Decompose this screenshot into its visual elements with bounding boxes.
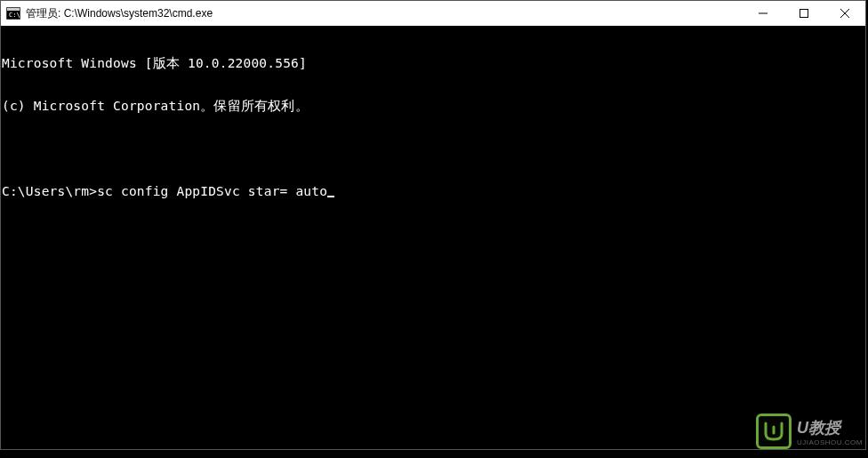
svg-rect-4 (800, 10, 808, 18)
blank-line (2, 141, 864, 156)
cmd-icon: C:\ (6, 7, 20, 20)
output-line: Microsoft Windows [版本 10.0.22000.556] (2, 56, 864, 70)
prompt-line: C:\Users\rm>sc config AppIDSvc star= aut… (2, 184, 864, 198)
cmd-window: C:\ 管理员: C:\Windows\system32\cmd.exe (0, 0, 866, 450)
minimize-button[interactable] (743, 1, 784, 26)
svg-text:C:\: C:\ (9, 12, 20, 19)
watermark-url: UJIAOSHOU.COM (797, 438, 863, 446)
maximize-button[interactable] (784, 1, 824, 26)
text-cursor (327, 196, 334, 197)
watermark-logo-icon (756, 414, 792, 449)
titlebar: C:\ 管理员: C:\Windows\system32\cmd.exe (1, 1, 865, 26)
maximize-icon (800, 9, 808, 18)
window-controls (743, 1, 865, 26)
close-button[interactable] (824, 1, 865, 26)
prompt: C:\Users\rm> (2, 184, 97, 198)
svg-rect-1 (7, 8, 20, 11)
watermark-text: U教授 UJIAOSHOU.COM (797, 417, 863, 446)
output-line: (c) Microsoft Corporation。保留所有权利。 (2, 99, 864, 113)
watermark: U教授 UJIAOSHOU.COM (756, 414, 863, 449)
minimize-icon (759, 9, 768, 18)
command-input[interactable]: sc config AppIDSvc star= auto (97, 184, 327, 198)
terminal-area[interactable]: Microsoft Windows [版本 10.0.22000.556] (c… (1, 26, 865, 449)
watermark-brand: U教授 (797, 417, 863, 438)
window-title: 管理员: C:\Windows\system32\cmd.exe (26, 6, 743, 21)
close-icon (840, 9, 849, 18)
